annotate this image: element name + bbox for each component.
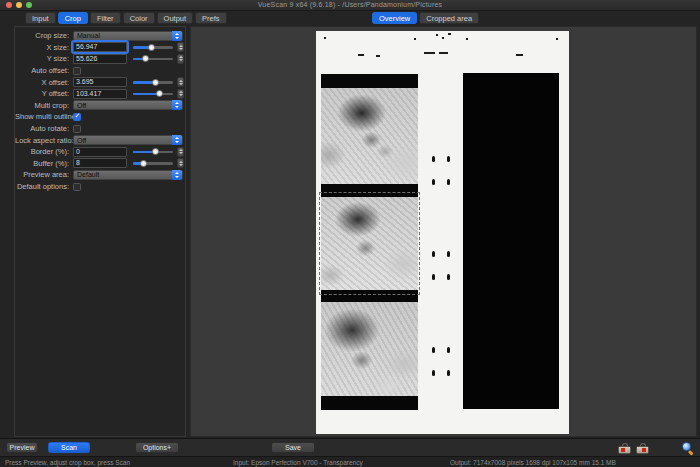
setting-row-multi-crop: Multi crop:Off [15, 100, 185, 112]
setting-control [73, 112, 185, 122]
setting-row-y-size: Y size:55.626 [15, 53, 185, 65]
buffer-stepper[interactable] [177, 158, 184, 168]
frame-mark [432, 370, 435, 376]
x-offset-slider[interactable] [133, 77, 173, 87]
x-offset-stepper[interactable] [177, 77, 184, 87]
border-stepper[interactable] [177, 147, 184, 157]
x-offset-field[interactable]: 3.695 [73, 77, 127, 87]
crop-settings-rows: Crop size:ManualX size:56.947Y size:55.6… [15, 30, 185, 192]
setting-row-auto-rotate: Auto rotate: [15, 123, 185, 135]
y-offset-field[interactable]: 103.417 [73, 89, 127, 99]
tab-output[interactable]: Output [157, 12, 194, 24]
slider-knob[interactable] [156, 90, 163, 97]
setting-control: 0 [73, 147, 185, 157]
lock-aspect-ratio-dropdown[interactable]: Off [73, 135, 183, 145]
slider-knob[interactable] [148, 44, 155, 51]
bed-mark [376, 55, 380, 57]
y-size-field[interactable]: 55.626 [73, 54, 127, 64]
film-trailer-bar [321, 396, 418, 410]
setting-label: X offset: [15, 78, 73, 87]
scanner-icon-2[interactable] [636, 443, 649, 454]
setting-control [73, 182, 185, 192]
frame-mark [447, 179, 450, 185]
setting-control: 3.695 [73, 77, 185, 87]
setting-control: 8 [73, 158, 185, 168]
tab-filter[interactable]: Filter [90, 12, 121, 24]
frame-mark [432, 274, 435, 280]
y-size-stepper[interactable] [177, 54, 184, 64]
scanner-red-dot [621, 448, 625, 452]
frame-mark [447, 347, 450, 353]
dropdown-arrows-icon [172, 170, 182, 180]
setting-row-buffer: Buffer (%):8 [15, 158, 185, 170]
frame-mark [447, 156, 450, 162]
setting-control: 55.626 [73, 54, 185, 64]
setting-control: 56.947 [73, 42, 185, 52]
setting-label: Buffer (%): [15, 159, 73, 168]
setting-row-crop-size: Crop size:Manual [15, 30, 185, 42]
setting-row-border: Border (%):0 [15, 146, 185, 158]
frame-mark [432, 251, 435, 257]
scanner-red-dot [642, 448, 646, 452]
setting-label: Lock aspect ratio: [15, 136, 73, 145]
x-size-field[interactable]: 56.947 [73, 42, 127, 52]
setting-control: Default [73, 170, 185, 180]
dropdown-value: Off [74, 102, 182, 109]
buffer-field[interactable]: 8 [73, 158, 127, 168]
scan-bed-preview[interactable] [316, 31, 569, 434]
y-offset-slider[interactable] [133, 89, 173, 99]
buffer-slider[interactable] [133, 158, 173, 168]
magnifier-icon[interactable] [682, 442, 695, 455]
setting-row-show-multi-outline: Show multi outline: [15, 111, 185, 123]
scanner-icon-1[interactable] [618, 443, 631, 454]
x-size-slider[interactable] [133, 42, 173, 52]
status-hint: Press Preview, adjust crop box, press Sc… [5, 459, 130, 466]
tab-overview[interactable]: Overview [372, 12, 417, 24]
multi-crop-dropdown[interactable]: Off [73, 100, 183, 110]
y-offset-stepper[interactable] [177, 89, 184, 99]
show-multi-outline-checkbox[interactable] [73, 113, 81, 121]
auto-rotate-checkbox[interactable] [73, 125, 81, 133]
tab-cropped-area[interactable]: Cropped area [419, 12, 479, 24]
dropdown-arrows-icon [172, 135, 182, 145]
setting-label: Y size: [15, 54, 73, 63]
y-size-slider[interactable] [133, 54, 173, 64]
crop-selection-box[interactable] [319, 192, 420, 295]
setting-label: Auto offset: [15, 66, 73, 75]
options-button[interactable]: Options+ [135, 442, 179, 453]
vuescan-window: VueScan 9 x64 (9.6.18) - /Users/Pandamon… [0, 0, 700, 467]
setting-control: Off [73, 100, 185, 110]
tab-color[interactable]: Color [123, 12, 155, 24]
magnifier-handle [688, 450, 693, 455]
bed-mark [324, 37, 326, 39]
preview-area-dropdown[interactable]: Default [73, 170, 183, 180]
frame-mark [447, 370, 450, 376]
tab-input[interactable]: Input [25, 12, 56, 24]
frame-mark [447, 274, 450, 280]
preview-button[interactable]: Preview [6, 442, 38, 453]
slider-knob[interactable] [142, 55, 149, 62]
tab-crop[interactable]: Crop [58, 12, 88, 24]
slider-knob[interactable] [152, 148, 159, 155]
tab-prefs[interactable]: Prefs [195, 12, 227, 24]
setting-label: Auto rotate: [15, 124, 73, 133]
bed-mark [358, 54, 364, 56]
slider-knob[interactable] [140, 160, 147, 167]
x-size-stepper[interactable] [177, 42, 184, 52]
film-frame-3 [321, 302, 418, 396]
setting-label: Y offset: [15, 89, 73, 98]
crop-size-dropdown[interactable]: Manual [73, 31, 183, 41]
dropdown-value: Off [74, 137, 182, 144]
window-title: VueScan 9 x64 (9.6.18) - /Users/Pandamon… [0, 1, 700, 8]
preview-panel [190, 26, 697, 437]
auto-offset-checkbox[interactable] [73, 67, 81, 75]
slider-knob[interactable] [152, 79, 159, 86]
scan-button[interactable]: Scan [48, 442, 90, 453]
border-field[interactable]: 0 [73, 147, 127, 157]
film-leader-bar [321, 74, 418, 88]
film-holder-block [463, 73, 559, 409]
save-button[interactable]: Save [271, 442, 315, 453]
default-options-checkbox[interactable] [73, 183, 81, 191]
bed-mark [436, 34, 438, 36]
border-slider[interactable] [133, 147, 173, 157]
